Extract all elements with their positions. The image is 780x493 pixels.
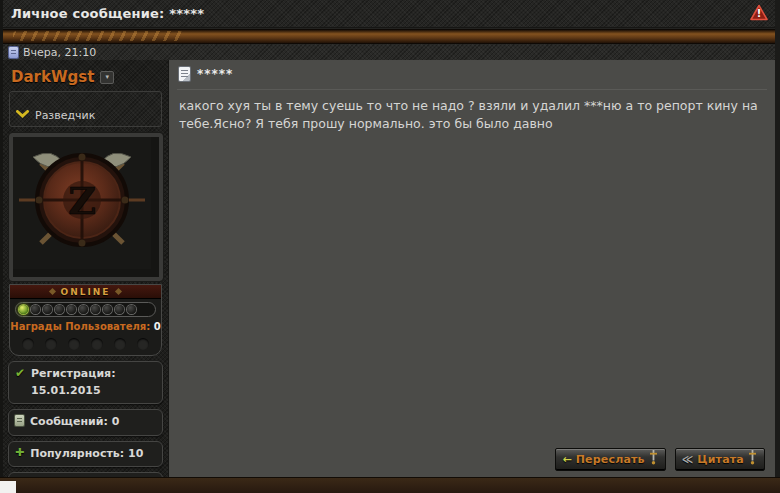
rank-chevron-icon bbox=[16, 103, 29, 122]
message-title-row: ***** bbox=[179, 67, 233, 81]
username-row: DarkWgst ▾ bbox=[3, 60, 168, 89]
bronze-divider-strip bbox=[3, 29, 775, 44]
award-slot bbox=[68, 338, 80, 350]
orb bbox=[43, 305, 52, 314]
post-body: DarkWgst ▾ Разведчик bbox=[3, 60, 775, 478]
orb bbox=[127, 305, 136, 314]
user-status-box: ONLINE Награды Пользователя: bbox=[9, 284, 162, 356]
post-date-bar: Вчера, 21:10 bbox=[3, 44, 775, 61]
page-title: Личное сообщение: ***** bbox=[3, 6, 204, 21]
online-status-bar: ONLINE bbox=[10, 285, 161, 299]
footer-corner-chip bbox=[0, 481, 16, 493]
orb bbox=[91, 305, 100, 314]
awards-count: 0 bbox=[154, 321, 161, 332]
private-message-page: Личное сообщение: ***** ! Вчера, 21:10 D… bbox=[0, 0, 780, 493]
message-date-icon bbox=[9, 47, 18, 58]
orb bbox=[103, 305, 112, 314]
award-slot bbox=[22, 338, 34, 350]
award-slots bbox=[10, 338, 161, 350]
message-text: какого хуя ты в тему суешь то что не над… bbox=[179, 97, 769, 133]
awards-text: Награды Пользователя: bbox=[10, 321, 150, 332]
username-link[interactable]: DarkWgst bbox=[11, 68, 94, 86]
svg-text:!: ! bbox=[757, 8, 762, 19]
messages-icon bbox=[15, 415, 24, 426]
forward-button-label: Переслать bbox=[576, 453, 645, 466]
action-buttons: ← Переслать ≪ Цитата bbox=[555, 448, 765, 471]
awards-label: Награды Пользователя: 0 bbox=[10, 321, 161, 332]
stat-messages-text: Сообщений: 0 bbox=[30, 414, 119, 431]
message-title: ***** bbox=[197, 67, 233, 81]
orb bbox=[67, 305, 76, 314]
stat-registration: ✔ Регистрация: 15.01.2015 bbox=[8, 361, 163, 404]
quote-chevron-icon: ≪ bbox=[682, 454, 694, 465]
orb bbox=[55, 305, 64, 314]
titlebar: Личное сообщение: ***** bbox=[3, 0, 775, 28]
online-status-label: ONLINE bbox=[61, 287, 111, 297]
user-sidebar: DarkWgst ▾ Разведчик bbox=[3, 60, 168, 478]
flourish-icon bbox=[48, 288, 55, 295]
quote-button[interactable]: ≪ Цитата bbox=[675, 448, 765, 471]
message-pane: ***** какого хуя ты в тему суешь то что … bbox=[168, 60, 775, 478]
award-slot bbox=[137, 338, 149, 350]
forward-arrow-icon: ← bbox=[562, 454, 571, 465]
orb bbox=[31, 305, 40, 314]
orb bbox=[115, 305, 124, 314]
message-icon bbox=[179, 67, 190, 81]
flourish-icon bbox=[115, 288, 122, 295]
award-slot bbox=[91, 338, 103, 350]
user-dropdown-icon[interactable]: ▾ bbox=[100, 71, 114, 84]
award-slot bbox=[114, 338, 126, 350]
orb bbox=[79, 305, 88, 314]
title-separator bbox=[177, 89, 767, 90]
svg-text:Z: Z bbox=[68, 178, 96, 223]
stat-registration-text: Регистрация: 15.01.2015 bbox=[31, 366, 156, 399]
plus-icon: ✚ bbox=[15, 447, 24, 459]
reputation-orbs bbox=[15, 302, 156, 317]
orb-active bbox=[19, 305, 28, 314]
user-rank-plate: Разведчик bbox=[9, 91, 162, 127]
footer-strip bbox=[0, 477, 780, 493]
user-avatar[interactable]: Z bbox=[9, 133, 163, 281]
post-date: Вчера, 21:10 bbox=[23, 46, 96, 59]
stat-popularity: ✚ Популярность: 10 bbox=[8, 441, 163, 468]
sword-icon bbox=[748, 449, 757, 470]
award-slot bbox=[45, 338, 57, 350]
sword-icon bbox=[649, 449, 658, 470]
stat-messages: Сообщений: 0 bbox=[8, 409, 163, 436]
user-rank-label: Разведчик bbox=[35, 109, 95, 122]
check-icon: ✔ bbox=[15, 367, 25, 379]
quote-button-label: Цитата bbox=[697, 453, 744, 466]
forward-button[interactable]: ← Переслать bbox=[555, 448, 665, 471]
stat-popularity-text: Популярность: 10 bbox=[30, 446, 143, 463]
report-warning-icon[interactable]: ! bbox=[750, 4, 768, 21]
right-border bbox=[775, 0, 780, 493]
